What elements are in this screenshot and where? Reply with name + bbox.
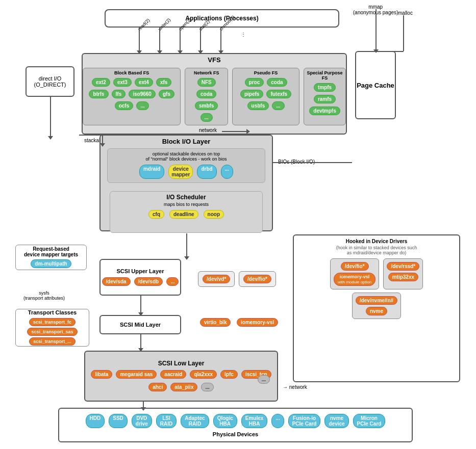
block-to-scsi-upper-line — [186, 233, 187, 258]
fio-upper-box: /dev/fio* — [239, 271, 276, 287]
pill-pipefs: pipefs — [240, 90, 263, 98]
rssd-group: /dev/rssd* mtip32xx — [383, 258, 423, 289]
pill-libata: libata — [91, 370, 112, 379]
stackable-desc: optional stackable devices on topof "nor… — [111, 151, 261, 162]
dots-label: ⋮ — [241, 32, 246, 37]
pill-micron-pcie: MicronPCIe Card — [353, 414, 386, 428]
pill-dvd: DVDdrive — [132, 414, 152, 428]
scsi-upper-pills: /dev/sda /dev/sdb ... — [101, 276, 180, 287]
pill-rssd: /dev/rssd* — [387, 262, 419, 271]
network-label-low: → network — [283, 384, 307, 390]
pill-drbd: drbd — [197, 165, 216, 179]
direct-io-label: direct I/O (O_DIRECT) — [34, 75, 66, 88]
pill-nvme-hash: /dev/nvme#n# — [356, 296, 397, 305]
pseudo-fs-box: Pseudo FS proc coda pipefs futexfs usbfs… — [232, 68, 299, 125]
iomemory-vsl-pill: iomemory-vsl — [236, 317, 279, 328]
network-fs-box: Network FS NFS coda smbfs ... — [185, 68, 228, 125]
pill-transport-dots: scsi_transport_... — [29, 337, 76, 346]
scsi-low-label: SCSI Low Layer — [158, 360, 205, 367]
scsi-low-box: SCSI Low Layer libata megaraid sas aacra… — [84, 351, 278, 402]
pill-bbfs-dots: ... — [136, 101, 148, 110]
pill-nvme-device: nvmedevice — [324, 414, 348, 428]
fio-group: /dev/fio* iomemory-vslwith module option — [330, 258, 380, 289]
mid-to-low-line — [140, 334, 141, 350]
malloc-label: malloc — [398, 10, 413, 16]
arrow-line-1 — [139, 28, 140, 52]
pill-transport-fc: scsi_transport_fc — [29, 318, 76, 326]
io-scheduler-pills: cfq deadline noop — [147, 209, 225, 220]
dm-multipath-pill: dm-multipath — [30, 258, 72, 269]
network-arrow-top — [246, 129, 250, 134]
pill-qla2xxx: qla2xxx — [190, 370, 217, 379]
stackable-devices-box: optional stackable devices on topof "nor… — [107, 148, 265, 183]
pill-ext3: ext3 — [113, 78, 132, 87]
network-line-top — [222, 131, 247, 132]
pseudo-fs-label: Pseudo FS — [235, 70, 297, 75]
hooked-drivers-desc: (hook in similar to stacked devices such… — [336, 245, 417, 255]
direct-io-arrow — [48, 136, 53, 140]
scsi-mid-label: SCSI Mid Layer — [120, 322, 161, 328]
pill-nfs: NFS — [197, 78, 216, 87]
pill-low-dots: ... — [201, 383, 213, 391]
pill-sdb: /dev/sdb — [134, 277, 163, 286]
pill-coda-pseudo: coda — [267, 78, 287, 87]
pill-aacraid: aacraid — [160, 370, 186, 379]
block-to-scsi-upper-arrow — [184, 256, 189, 260]
nvme-group: /dev/nvme#n# nvme — [352, 293, 401, 319]
block-fs-box: Block Based FS ext2 ext3 ext4 xfs btrfs … — [83, 68, 181, 125]
block-fs-label: Block Based FS — [85, 70, 178, 75]
pill-sda: /dev/sda — [102, 277, 131, 286]
stackable-arrow — [100, 143, 105, 147]
pill-dm-multipath: dm-multipath — [31, 259, 71, 268]
block-io-label: Block I/O Layer — [162, 138, 211, 145]
request-mapper-box: Request-based device mapper targets dm-m… — [15, 245, 87, 270]
pill-iso9660: iso9660 — [129, 90, 156, 98]
special-fs-pills: tmpfs ramfs devtmpfs — [306, 82, 343, 116]
block-fs-pills: ext2 ext3 ext4 xfs btrfs lfs iso9660 gfs… — [85, 77, 178, 111]
scsi-upper-label: SCSI Upper Layer — [117, 268, 164, 274]
pill-vd: /dev/vd* — [203, 275, 230, 283]
request-mapper-label: Request-based device mapper targets — [24, 246, 78, 257]
pill-transport-sas: scsi_transport_sas — [27, 328, 77, 336]
pill-iomemory-vsl: iomemory-vsl — [237, 318, 278, 327]
pill-coda-net: coda — [196, 90, 216, 98]
vfs-label: VFS — [208, 56, 220, 64]
pill-emulex-hba: EmulexHBA — [241, 414, 268, 428]
pill-smbfs: smbfs — [195, 101, 218, 110]
page-cache-label: Page Cache — [357, 82, 394, 89]
malloc-line-h — [375, 51, 404, 52]
pill-adaptec-raid: AdaptecRAID — [181, 414, 209, 428]
transport-classes-label: Transport Classes — [28, 309, 77, 315]
physical-pills: HDD SSD DVDdrive LSIRAID AdaptecRAID Qlo… — [85, 413, 387, 429]
diagram-container: Applications (Processes) mmap (anonymous… — [0, 0, 476, 449]
pill-usbfs: usbfs — [247, 101, 269, 110]
io-scheduler-desc: maps bios to requests — [164, 202, 209, 207]
pill-pseudo-dots: ... — [272, 101, 284, 110]
pill-lfs: lfs — [112, 90, 126, 98]
pseudo-fs-pills: proc coda pipefs futexfs usbfs ... — [235, 77, 297, 111]
arrow-line-2 — [159, 28, 160, 52]
mmap-line — [375, 9, 377, 51]
pill-fusion-io: Fusion-ioPCIe Card — [288, 414, 321, 428]
special-fs-label: Special Purpose FS — [306, 70, 343, 81]
vfs-box: VFS Block Based FS ext2 ext3 ext4 xfs bt… — [82, 53, 347, 135]
hooked-drivers-box: Hooked in Device Drivers (hook in simila… — [293, 234, 460, 382]
pill-xfs: xfs — [156, 78, 171, 87]
network-fs-label: Network FS — [187, 70, 226, 75]
page-cache-box: Page Cache — [355, 51, 396, 119]
pill-virtio-blk: virtio_blk — [200, 318, 231, 327]
pill-lpfc: lpfc — [220, 370, 238, 379]
scsi-low-pills-bottom: ahci ata_piix ... — [147, 382, 215, 392]
pill-ramfs: ramfs — [314, 95, 336, 103]
sysfs-label: sysfs(transport attributes) — [23, 290, 65, 301]
special-fs-box: Special Purpose FS tmpfs ramfs devtmpfs — [304, 68, 346, 125]
low-to-phys-arrow — [141, 407, 146, 411]
pill-ocfs: ocfs — [115, 101, 134, 110]
network-label-top: network — [199, 127, 217, 133]
pill-proc: proc — [245, 78, 264, 87]
bios-line — [273, 162, 352, 163]
pill-hdd: HDD — [86, 414, 105, 428]
network-fs-pills: NFS coda smbfs ... — [187, 77, 226, 123]
arrow-line-3 — [180, 28, 181, 52]
scsi-upper-box: SCSI Upper Layer /dev/sda /dev/sdb ... — [99, 259, 181, 296]
